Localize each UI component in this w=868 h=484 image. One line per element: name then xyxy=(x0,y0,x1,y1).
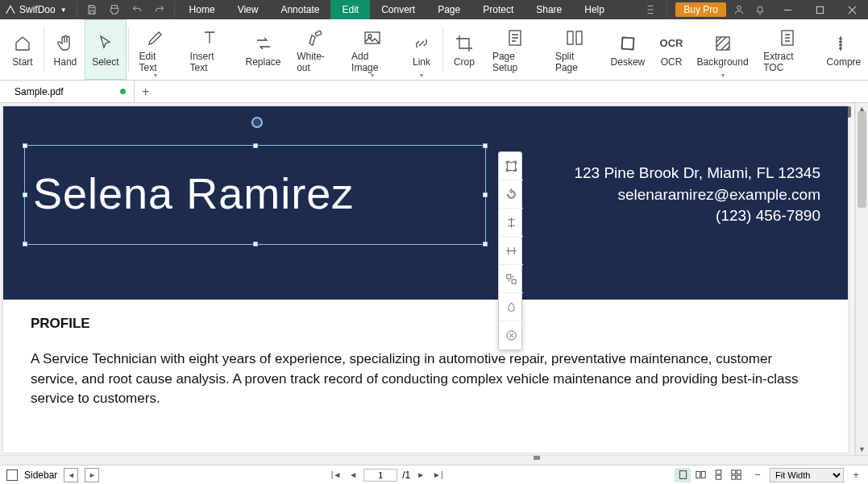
next-page-button[interactable]: ► xyxy=(415,470,426,479)
separator xyxy=(77,2,77,17)
app-logo[interactable]: SwifDoo ▼ xyxy=(0,4,73,15)
workspace: 1 Selena Ramirez 123 Pine Brook Dr, Miam… xyxy=(0,103,868,455)
opacity-icon[interactable] xyxy=(499,293,523,321)
scroll-down-icon[interactable]: ▼ xyxy=(856,444,868,455)
svg-rect-22 xyxy=(731,475,735,479)
menu-annotate[interactable]: Annotate xyxy=(269,0,330,19)
flip-vertical-icon[interactable] xyxy=(499,209,523,237)
ribbon-extract-toc[interactable]: Extract TOC xyxy=(754,19,820,80)
resume-name[interactable]: Selena Ramirez xyxy=(25,146,485,241)
separator xyxy=(667,2,667,17)
svg-rect-12 xyxy=(506,274,510,278)
account-icon[interactable] xyxy=(731,0,747,19)
zoom-select[interactable]: Fit Width xyxy=(770,468,844,482)
buy-pro-button[interactable]: Buy Pro xyxy=(675,2,726,17)
print-icon[interactable] xyxy=(103,0,126,19)
menu-share[interactable]: Share xyxy=(525,0,573,19)
selection-frame[interactable]: Selena Ramirez xyxy=(24,145,486,245)
ribbon-page-setup[interactable]: Page Setup xyxy=(484,19,546,80)
replace-image-icon[interactable] xyxy=(499,265,523,293)
new-tab-button[interactable]: + xyxy=(135,81,157,103)
contact-email: selenaramirez@example.com xyxy=(574,184,820,206)
view-modes xyxy=(675,468,744,482)
menu-edit[interactable]: Edit xyxy=(330,0,370,19)
app-menu-caret-icon: ▼ xyxy=(60,6,67,14)
document-tab[interactable]: Sample.pdf xyxy=(6,81,135,103)
ribbon-insert-text[interactable]: Insert Text xyxy=(181,19,239,80)
ribbon-replace[interactable]: Replace xyxy=(239,19,288,80)
page-input[interactable] xyxy=(363,469,397,482)
svg-rect-16 xyxy=(696,471,700,478)
svg-rect-5 xyxy=(567,31,573,44)
statusbar: Sidebar ◄ ► |◄ ◄ /1 ► ►| − Fit Width + xyxy=(0,465,868,484)
bell-icon[interactable] xyxy=(752,0,768,19)
menu-help[interactable]: Help xyxy=(573,0,616,19)
ribbon-compre[interactable]: Compre xyxy=(820,19,868,80)
vertical-scrollbar[interactable]: ▲ ▼ xyxy=(855,103,868,455)
view-single-icon[interactable] xyxy=(675,468,691,482)
maximize-button[interactable] xyxy=(804,0,836,19)
horizontal-ruler xyxy=(0,455,868,465)
ribbon-edit-text[interactable]: Edit Text▾ xyxy=(131,19,181,80)
rotate-handle-icon[interactable] xyxy=(251,117,263,128)
ribbon-link[interactable]: Link▾ xyxy=(402,19,441,80)
menu-protect[interactable]: Protect xyxy=(471,0,525,19)
menu-convert[interactable]: Convert xyxy=(370,0,426,19)
app-name: SwifDoo xyxy=(19,4,56,15)
profile-heading: PROFILE xyxy=(31,316,820,332)
zoom-out-button[interactable]: − xyxy=(752,470,763,481)
ribbon-crop[interactable]: Crop xyxy=(445,19,484,80)
contact-block: 123 Pine Brook Dr, Miami, FL 12345 selen… xyxy=(574,163,820,227)
svg-rect-8 xyxy=(622,38,633,49)
save-icon[interactable] xyxy=(81,0,103,19)
svg-rect-1 xyxy=(816,6,823,13)
contact-address: 123 Pine Brook Dr, Miami, FL 12345 xyxy=(574,163,820,184)
ribbon-start[interactable]: Start xyxy=(3,19,42,80)
menu-page[interactable]: Page xyxy=(426,0,471,19)
page-canvas[interactable]: Selena Ramirez 123 Pine Brook Dr, Miami,… xyxy=(3,106,848,453)
view-facing-icon[interactable] xyxy=(692,468,708,482)
ribbon: StartHandSelectEdit Text▾Insert TextRepl… xyxy=(0,19,868,81)
view-continuous-icon[interactable] xyxy=(710,468,726,482)
fit-bounds-icon[interactable] xyxy=(499,152,523,180)
prev-page-button[interactable]: ◄ xyxy=(347,470,359,479)
ribbon-select[interactable]: Select xyxy=(85,19,127,80)
ribbon-hand[interactable]: Hand xyxy=(46,19,85,80)
sidebar-label[interactable]: Sidebar xyxy=(24,470,57,481)
unsaved-indicator-icon xyxy=(120,89,126,94)
minimize-button[interactable] xyxy=(771,0,804,19)
svg-rect-13 xyxy=(512,279,516,283)
scrollbar-thumb[interactable] xyxy=(858,111,866,208)
svg-point-0 xyxy=(737,6,741,10)
ribbon-white-out[interactable]: White-out xyxy=(288,19,343,80)
svg-rect-6 xyxy=(576,31,582,44)
ribbon-background[interactable]: Background▾ xyxy=(691,19,754,80)
ribbon-deskew[interactable]: Deskew xyxy=(604,19,652,80)
more-icon[interactable] xyxy=(642,0,658,19)
last-page-button[interactable]: ►| xyxy=(431,470,445,479)
delete-selection-icon[interactable] xyxy=(499,321,523,350)
ribbon-ocr[interactable]: OCROCR xyxy=(652,19,691,80)
view-grid-icon[interactable] xyxy=(728,468,744,482)
document-tabbar: Sample.pdf + xyxy=(0,81,868,103)
flip-horizontal-icon[interactable] xyxy=(499,237,523,265)
undo-icon[interactable] xyxy=(126,0,148,19)
svg-rect-7 xyxy=(621,37,634,50)
nav-next-button[interactable]: ► xyxy=(85,468,99,482)
rotate-icon[interactable] xyxy=(499,180,523,209)
first-page-button[interactable]: |◄ xyxy=(330,470,343,479)
menu-view[interactable]: View xyxy=(226,0,270,19)
menu-home[interactable]: Home xyxy=(178,0,226,19)
profile-text: A Service Technician with eight years of… xyxy=(31,350,820,409)
resume-header: Selena Ramirez 123 Pine Brook Dr, Miami,… xyxy=(3,106,848,300)
svg-point-3 xyxy=(368,35,372,38)
nav-prev-button[interactable]: ◄ xyxy=(64,468,78,482)
zoom-controls: − Fit Width + xyxy=(752,468,862,482)
ribbon-add-image[interactable]: Add Image▾ xyxy=(343,19,402,80)
zoom-in-button[interactable]: + xyxy=(850,470,862,481)
sidebar-toggle-icon[interactable] xyxy=(6,470,18,481)
redo-icon[interactable] xyxy=(148,0,171,19)
ribbon-split-page[interactable]: Split Page xyxy=(546,19,604,80)
svg-rect-19 xyxy=(716,475,721,479)
close-button[interactable] xyxy=(836,0,868,19)
